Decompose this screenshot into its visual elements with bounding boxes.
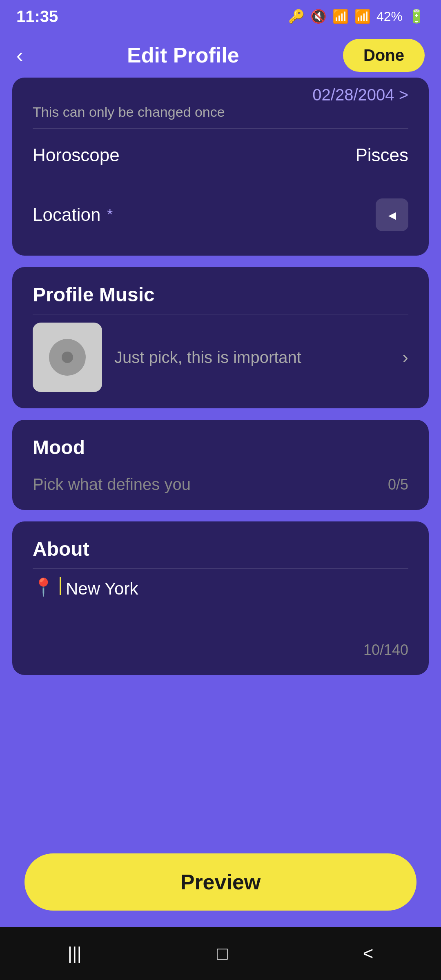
profile-music-card: Profile Music Just pick, this is importa… xyxy=(12,267,429,408)
page-title: Edit Profile xyxy=(127,43,239,67)
music-thumbnail xyxy=(33,323,102,392)
nav-home-button[interactable]: □ xyxy=(217,943,228,964)
music-disc xyxy=(49,339,86,376)
horoscope-label: Horoscope xyxy=(33,145,120,165)
horoscope-row: Horoscope Pisces xyxy=(33,137,408,174)
battery-icon: 🔋 xyxy=(408,9,425,24)
location-arrow-icon: ◂ xyxy=(388,206,396,224)
music-row[interactable]: Just pick, this is important › xyxy=(33,323,408,392)
location-label: Location * xyxy=(33,205,113,225)
divider-about xyxy=(33,568,408,569)
location-asterisk: * xyxy=(107,206,113,223)
change-once-text: This can only be changed once xyxy=(33,104,408,120)
key-icon: 🔑 xyxy=(288,9,305,24)
mute-icon: 🔇 xyxy=(310,9,327,24)
music-placeholder: Just pick, this is important xyxy=(114,347,390,368)
pin-icon: 📍 xyxy=(33,577,54,597)
nav-bar: ||| □ < xyxy=(0,927,441,980)
done-button[interactable]: Done xyxy=(343,39,425,72)
mood-card: Mood Pick what defines you 0/5 xyxy=(12,420,429,510)
main-content: 02/28/2004 > This can only be changed on… xyxy=(0,78,441,675)
battery-text: 42% xyxy=(376,9,403,24)
date-value[interactable]: 02/28/2004 > xyxy=(312,86,408,104)
profile-music-title: Profile Music xyxy=(33,283,408,306)
header: ‹ Edit Profile Done xyxy=(0,33,441,78)
mood-placeholder-row[interactable]: Pick what defines you 0/5 xyxy=(33,475,408,494)
divider-mood xyxy=(33,467,408,467)
status-time: 11:35 xyxy=(16,7,58,26)
signal-icon: 📶 xyxy=(354,9,371,24)
divider-music xyxy=(33,314,408,314)
preview-container: Preview xyxy=(0,853,441,911)
location-button[interactable]: ◂ xyxy=(376,198,408,231)
preview-button[interactable]: Preview xyxy=(24,853,416,911)
status-icons: 🔑 🔇 📶 📶 42% 🔋 xyxy=(288,9,425,24)
about-text[interactable]: New York xyxy=(66,577,408,601)
back-arrow-icon: ‹ xyxy=(16,44,23,67)
about-card: About 📍 New York 10/140 xyxy=(12,521,429,675)
about-title: About xyxy=(33,538,408,560)
about-count: 10/140 xyxy=(363,641,408,659)
nav-back-button[interactable]: < xyxy=(363,943,374,964)
mood-title: Mood xyxy=(33,436,408,459)
horoscope-value: Pisces xyxy=(355,145,408,165)
wifi-icon: 📶 xyxy=(332,9,349,24)
chevron-right-icon: › xyxy=(402,347,408,368)
mood-placeholder-text: Pick what defines you xyxy=(33,475,191,494)
cursor-line xyxy=(60,577,61,595)
birthday-card: 02/28/2004 > This can only be changed on… xyxy=(12,78,429,256)
divider-horoscope xyxy=(33,182,408,182)
status-bar: 11:35 🔑 🔇 📶 📶 42% 🔋 xyxy=(0,0,441,33)
mood-count: 0/5 xyxy=(388,476,408,493)
back-button[interactable]: ‹ xyxy=(16,43,23,67)
nav-menu-button[interactable]: ||| xyxy=(68,943,82,964)
divider-birthday xyxy=(33,128,408,129)
music-disc-inner xyxy=(62,352,73,363)
about-content: 📍 New York 10/140 xyxy=(33,577,408,659)
location-row: Location * ◂ xyxy=(33,190,408,239)
